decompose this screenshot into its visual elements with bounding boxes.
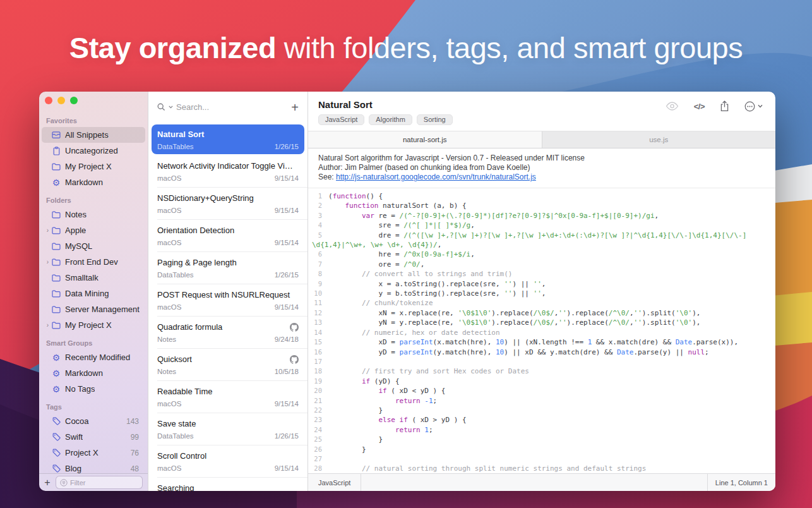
snippet-item-folder: macOS (157, 239, 181, 246)
sidebar-item-blog[interactable]: Blog48 (42, 461, 145, 474)
sidebar-item-server-management[interactable]: Server Management (42, 301, 145, 317)
line-number: 26 (308, 445, 328, 454)
code-line: 18 // first try and sort Hex codes or Da… (308, 366, 775, 376)
sidebar-item-swift[interactable]: Swift99 (42, 429, 145, 445)
filter-input[interactable]: Filter (56, 476, 143, 489)
line-number: 22 (308, 406, 328, 415)
snippet-list-item[interactable]: Scroll ControlmacOS9/15/14 (148, 445, 307, 478)
snippet-item-folder: DataTables (157, 143, 194, 150)
github-icon (290, 323, 299, 332)
snippet-list-item[interactable]: Orientation DetectionmacOS9/15/14 (148, 220, 307, 252)
code-line: 24 return 1; (308, 425, 775, 435)
line-number: 6 (308, 250, 328, 259)
search-bar: Search... + (148, 92, 307, 123)
line-number: 10 (308, 289, 328, 298)
snippet-item-date: 9/15/14 (275, 239, 299, 246)
language-selector[interactable]: JavaScript (308, 474, 361, 491)
minimize-window-button[interactable] (57, 97, 65, 104)
code-line: 12 xN = x.replace(re, '\0$1\0').replace(… (308, 308, 775, 318)
snippet-item-title: Readable Time (157, 387, 299, 396)
snippet-list-item[interactable]: POST Request with NSURLRequestmacOS9/15/… (148, 284, 307, 317)
fragment-tab-natural-sort-js[interactable]: natural-sort.js (308, 131, 542, 148)
sidebar-item-uncategorized[interactable]: Uncategorized (42, 143, 145, 159)
line-number: 5 (308, 231, 328, 240)
snippet-list: Natural SortDataTables1/26/15Network Act… (148, 123, 307, 491)
snippet-list-item[interactable]: NSDictionary+QueryStringmacOS9/15/14 (148, 188, 307, 220)
code-view-button[interactable]: </> (694, 102, 705, 111)
naturalsort-link[interactable]: http://js-naturalsort.googlecode.com/svn… (336, 172, 536, 181)
line-number: 8 (308, 269, 328, 279)
editor-pane: Natural Sort JavaScriptAlgorithmSorting … (308, 92, 775, 491)
sidebar-item-front-end-dev[interactable]: ›Front End Dev (42, 254, 145, 270)
line-number: 3 (308, 211, 328, 221)
code-editor[interactable]: 1(function() {2 function naturalSort (a,… (308, 188, 775, 473)
sidebar-item-apple[interactable]: ›Apple (42, 222, 145, 238)
tag-pill-sorting[interactable]: Sorting (417, 114, 453, 125)
snippet-list-item[interactable]: Quadratic formulaNotes9/24/18 (148, 317, 307, 349)
preview-button[interactable] (666, 102, 679, 111)
sidebar-item-data-mining[interactable]: Data Mining (42, 286, 145, 301)
sidebar-item-no-tags[interactable]: ⚙No Tags (42, 381, 145, 397)
code-line: 11 // chunk/tokenize (308, 298, 775, 308)
sidebar-item-markdown[interactable]: ⚙Markdown (42, 174, 145, 190)
snippet-list-item[interactable]: Natural SortDataTables1/26/15 (152, 124, 304, 154)
sidebar-item-recently-modified[interactable]: ⚙Recently Modified (42, 349, 145, 365)
sidebar-item-label: My Project X (65, 320, 112, 330)
snippet-list-item[interactable]: Readable TimemacOS9/15/14 (148, 381, 307, 413)
sidebar-item-mysql[interactable]: MySQL (42, 238, 145, 254)
sidebar-section-header: Tags (39, 397, 148, 413)
snippet-item-title: Natural Sort (157, 130, 299, 139)
share-button[interactable] (720, 100, 729, 112)
sidebar-item-markdown[interactable]: ⚙Markdown (42, 365, 145, 381)
sidebar-item-label: Markdown (65, 178, 103, 187)
sidebar-item-notes[interactable]: Notes (42, 207, 145, 222)
sidebar: FavoritesAll SnippetsUncategorizedMy Pro… (39, 92, 148, 491)
snippet-item-title: Searching (157, 483, 299, 491)
archive-icon (51, 131, 61, 140)
snippet-item-title: NSDictionary+QueryString (157, 193, 299, 203)
sidebar-item-label: Markdown (65, 368, 103, 378)
sidebar-item-my-project-x[interactable]: ›My Project X (42, 317, 145, 333)
snippet-item-folder: Notes (157, 368, 176, 375)
sidebar-filter-bar: + Filter (39, 473, 148, 491)
sidebar-item-label: Apple (65, 226, 86, 235)
sidebar-item-project-x[interactable]: Project X76 (42, 445, 145, 461)
more-actions-button[interactable] (744, 101, 763, 112)
code-line: 14 // numeric, hex or date detection (308, 328, 775, 337)
snippet-item-date: 1/26/15 (275, 143, 299, 150)
sidebar-section-header: Folders (39, 190, 148, 207)
code-line: 8 // convert all to strings and trim() (308, 269, 775, 279)
new-snippet-button[interactable]: + (291, 101, 299, 114)
sidebar-item-cocoa[interactable]: Cocoa143 (42, 413, 145, 429)
sidebar-item-my-project-x[interactable]: My Project X (42, 159, 145, 174)
sidebar-item-label: My Project X (65, 162, 112, 171)
sidebar-item-label: Front End Dev (65, 257, 118, 267)
fragment-tab-use-js[interactable]: use.js (542, 131, 776, 148)
zoom-window-button[interactable] (70, 97, 78, 104)
snippet-list-item[interactable]: Paging & Page lengthDataTables1/26/15 (148, 252, 307, 284)
sidebar-item-all-snippets[interactable]: All Snippets (42, 127, 145, 143)
sidebar-item-smalltalk[interactable]: Smalltalk (42, 270, 145, 286)
search-placeholder[interactable]: Search... (176, 102, 288, 112)
tag-pill-algorithm[interactable]: Algorithm (369, 114, 412, 125)
chevron-right-icon[interactable]: › (44, 227, 51, 234)
close-window-button[interactable] (45, 97, 52, 104)
hero-headline-rest: with folders, tags, and smart groups (284, 31, 743, 64)
code-line: 15 xD = parseInt(x.match(hre), 10) || (x… (308, 337, 775, 347)
chevron-right-icon[interactable]: › (44, 259, 51, 265)
tag-pill-javascript[interactable]: JavaScript (318, 114, 364, 125)
snippet-description: Natural Sort algorithm for Javascript - … (308, 148, 775, 188)
snippet-list-item[interactable]: Save stateDataTables1/26/15 (148, 413, 307, 445)
code-line: 23 else if ( xD > yD ) { (308, 415, 775, 425)
snippet-list-item[interactable]: Network Activity Indicator Toggle Vi…mac… (148, 155, 307, 188)
gear-icon: ⚙ (51, 369, 61, 378)
search-scope-chevron-icon[interactable] (169, 106, 173, 109)
snippet-list-item[interactable]: Searching (148, 478, 307, 491)
snippet-item-title: Save state (157, 419, 299, 428)
snippet-list-item[interactable]: QuicksortNotes10/5/18 (148, 349, 307, 381)
line-number: 1 (308, 191, 328, 201)
search-icon[interactable] (157, 103, 165, 111)
line-number: 17 (308, 357, 328, 366)
add-group-button[interactable]: + (39, 478, 56, 488)
chevron-right-icon[interactable]: › (44, 322, 51, 329)
